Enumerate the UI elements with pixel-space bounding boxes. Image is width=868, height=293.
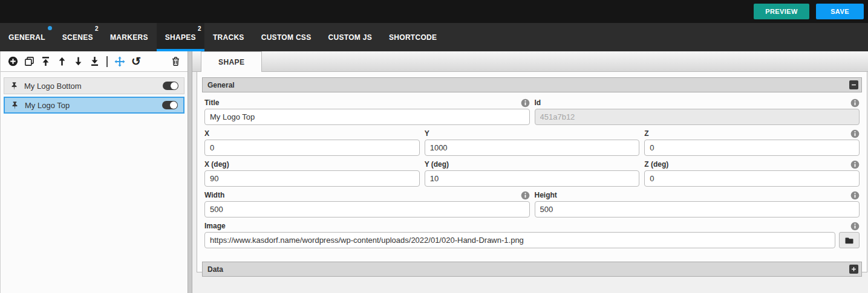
- tab-label: SHAPES: [165, 33, 196, 42]
- shape-list-panel: ↺ My Logo Bottom My Logo Top: [0, 51, 188, 293]
- field-y: Y: [425, 129, 640, 156]
- toolbar-divider: [106, 56, 108, 67]
- info-icon[interactable]: [850, 98, 860, 108]
- expand-icon[interactable]: [849, 265, 858, 274]
- move-icon[interactable]: [114, 56, 126, 68]
- info-icon[interactable]: [521, 98, 530, 108]
- field-image: Image: [204, 221, 860, 248]
- tab-count-badge: 2: [95, 25, 99, 32]
- tab-tracks[interactable]: TRACKS: [204, 23, 253, 51]
- tab-shapes[interactable]: SHAPES 2: [157, 23, 204, 51]
- panel-splitter[interactable]: [188, 51, 192, 293]
- main-tab-bar: GENERAL SCENES 2 MARKERS SHAPES 2 TRACKS…: [0, 23, 868, 51]
- y-deg-input[interactable]: [425, 170, 640, 187]
- field-y-deg: Y (deg): [425, 159, 640, 187]
- pin-icon: [10, 82, 19, 91]
- list-item-label: My Logo Top: [25, 101, 70, 110]
- move-up-icon[interactable]: [56, 56, 68, 68]
- field-label: Z: [644, 129, 648, 138]
- main-area: ↺ My Logo Bottom My Logo Top: [0, 51, 868, 293]
- list-item-my-logo-top[interactable]: My Logo Top: [4, 97, 184, 114]
- tab-scenes[interactable]: SCENES 2: [54, 23, 102, 51]
- field-x: X: [204, 129, 420, 156]
- z-deg-input[interactable]: [644, 170, 860, 187]
- collapse-icon[interactable]: [849, 80, 858, 89]
- field-label: X: [204, 129, 209, 138]
- tab-label: CUSTOM JS: [328, 33, 372, 42]
- tab-markers[interactable]: MARKERS: [102, 23, 157, 51]
- move-top-icon[interactable]: [39, 56, 51, 68]
- x-deg-input[interactable]: [204, 170, 420, 187]
- info-icon[interactable]: [850, 160, 860, 169]
- section-header-data[interactable]: Data: [202, 262, 862, 277]
- field-label: Z (deg): [644, 160, 668, 169]
- info-icon[interactable]: [850, 191, 860, 200]
- tab-label: MARKERS: [110, 33, 148, 42]
- field-id: Id: [535, 98, 860, 125]
- image-url-input[interactable]: [204, 232, 835, 248]
- field-z-deg: Z (deg): [644, 159, 860, 187]
- x-input[interactable]: [204, 140, 420, 156]
- field-label: X (deg): [204, 160, 229, 169]
- field-width: Width: [204, 190, 530, 217]
- title-input[interactable]: [204, 109, 530, 125]
- list-item-label: My Logo Bottom: [24, 82, 82, 91]
- toggle-knob: [171, 82, 178, 89]
- tab-label: SHORTCODE: [389, 33, 437, 42]
- field-label: Y: [425, 129, 429, 138]
- width-input[interactable]: [204, 201, 530, 217]
- shape-form: General Title: [197, 72, 867, 272]
- section-title: General: [207, 81, 235, 89]
- field-title: Title: [204, 98, 530, 125]
- info-icon[interactable]: [521, 191, 530, 200]
- tab-label: CUSTOM CSS: [261, 33, 312, 42]
- tab-label: SCENES: [62, 33, 93, 42]
- move-bottom-icon[interactable]: [88, 56, 100, 68]
- pin-icon: [10, 101, 19, 110]
- field-label: Title: [204, 98, 219, 107]
- list-item-my-logo-bottom[interactable]: My Logo Bottom: [4, 77, 184, 94]
- tab-custom-css[interactable]: CUSTOM CSS: [253, 23, 320, 51]
- move-down-icon[interactable]: [72, 56, 84, 68]
- top-bar: PREVIEW SAVE: [0, 0, 868, 23]
- rotate-icon[interactable]: ↺: [130, 56, 142, 68]
- field-z: Z: [644, 129, 860, 156]
- tab-label: GENERAL: [8, 33, 45, 42]
- z-input[interactable]: [644, 140, 860, 156]
- field-label: Y (deg): [425, 160, 449, 169]
- field-label: Width: [204, 191, 224, 199]
- general-fields: Title Id: [202, 92, 862, 253]
- visibility-toggle[interactable]: [162, 101, 178, 109]
- field-label: Id: [535, 98, 541, 107]
- save-button[interactable]: SAVE: [816, 4, 864, 19]
- visibility-toggle[interactable]: [163, 82, 178, 90]
- tab-custom-js[interactable]: CUSTOM JS: [319, 23, 380, 51]
- add-icon[interactable]: [7, 56, 19, 68]
- tab-shape[interactable]: SHAPE: [201, 51, 262, 72]
- height-input[interactable]: [535, 201, 860, 217]
- tab-count-badge: 2: [198, 25, 201, 32]
- y-input[interactable]: [425, 140, 640, 156]
- editor-tab-strip: SHAPE: [192, 51, 868, 72]
- field-label: Height: [535, 191, 557, 199]
- id-input: [535, 109, 860, 125]
- shape-list: My Logo Bottom My Logo Top: [1, 72, 188, 114]
- trash-icon[interactable]: [169, 56, 181, 68]
- section-header-general[interactable]: General: [202, 77, 862, 92]
- info-icon[interactable]: [850, 129, 860, 138]
- folder-icon: [844, 236, 854, 245]
- field-x-deg: X (deg): [204, 159, 420, 187]
- duplicate-icon[interactable]: [23, 56, 35, 68]
- info-icon[interactable]: [850, 222, 860, 231]
- field-height: Height: [535, 190, 860, 217]
- tab-general[interactable]: GENERAL: [0, 23, 54, 51]
- shape-list-toolbar: ↺: [1, 51, 188, 72]
- toggle-knob: [170, 101, 177, 109]
- browse-media-button[interactable]: [839, 232, 860, 248]
- tab-label: TRACKS: [213, 33, 244, 42]
- tab-shortcode[interactable]: SHORTCODE: [380, 23, 445, 51]
- section-title: Data: [207, 265, 223, 274]
- preview-button[interactable]: PREVIEW: [754, 4, 809, 19]
- shape-editor-panel: SHAPE General Title: [192, 51, 868, 293]
- unsaved-dot-icon: [48, 26, 52, 30]
